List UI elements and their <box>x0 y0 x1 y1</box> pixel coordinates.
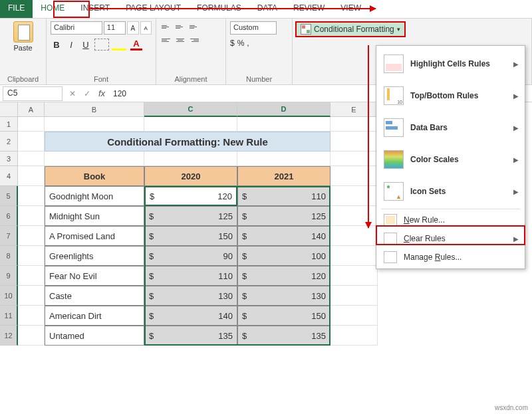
cell[interactable] <box>331 306 378 326</box>
cell-2020[interactable]: $150 <box>144 226 237 246</box>
cell[interactable] <box>45 117 144 132</box>
cell[interactable] <box>18 246 45 266</box>
align-center-button[interactable] <box>174 35 186 45</box>
col-header[interactable]: A <box>18 102 45 117</box>
row-header[interactable]: 3 <box>0 152 18 166</box>
menu-new-rule[interactable]: New Rule... <box>378 211 523 229</box>
tab-home[interactable]: HOME <box>33 0 72 18</box>
menu-icon-sets[interactable]: Icon Sets▶ <box>378 175 523 207</box>
menu-color-scales[interactable]: Color Scales▶ <box>378 144 523 175</box>
cell-book[interactable]: Fear No Evil <box>45 266 144 286</box>
cell-2020[interactable]: $90 <box>144 246 237 266</box>
fx-button[interactable]: fx <box>94 88 109 98</box>
cell-2020[interactable]: $120 <box>144 186 237 206</box>
col-header[interactable]: D <box>237 102 331 117</box>
row-header[interactable]: 12 <box>0 326 18 346</box>
cell[interactable] <box>18 226 45 246</box>
borders-button[interactable] <box>94 39 109 51</box>
cell[interactable] <box>45 152 144 166</box>
cell[interactable] <box>331 226 378 246</box>
col-header[interactable]: E <box>331 102 378 117</box>
header-cell-book[interactable]: Book <box>45 166 144 186</box>
title-cell[interactable]: Conditional Formatting: New Rule <box>45 132 331 152</box>
cell-2020[interactable]: $130 <box>144 286 237 306</box>
row-header[interactable]: 10 <box>0 286 18 306</box>
cell-book[interactable]: Goodnight Moon <box>45 186 144 206</box>
percent-button[interactable]: % <box>237 39 245 48</box>
cell[interactable] <box>331 186 378 206</box>
cancel-formula-button[interactable]: ✕ <box>65 89 80 98</box>
decrease-font-button[interactable]: A <box>140 21 152 35</box>
cell[interactable] <box>144 152 237 166</box>
align-right-button[interactable] <box>188 35 200 45</box>
cell[interactable] <box>18 186 45 206</box>
cell[interactable] <box>18 326 45 346</box>
cell[interactable] <box>18 286 45 306</box>
italic-button[interactable]: I <box>65 39 77 51</box>
cell[interactable] <box>331 132 378 152</box>
cell-book[interactable]: A Promised Land <box>45 226 144 246</box>
comma-button[interactable]: , <box>247 39 249 48</box>
cell[interactable] <box>18 166 45 186</box>
cell[interactable] <box>331 166 378 186</box>
cell-2020[interactable]: $135 <box>144 326 237 346</box>
row-header[interactable]: 2 <box>0 132 18 152</box>
conditional-formatting-button[interactable]: Conditional Formatting ▾ <box>295 21 406 37</box>
header-cell-2020[interactable]: 2020 <box>144 166 237 186</box>
cell[interactable] <box>18 117 45 132</box>
cell-2021[interactable]: $120 <box>237 266 331 286</box>
font-color-button[interactable]: A <box>129 39 144 51</box>
row-header[interactable]: 4 <box>0 166 18 186</box>
cell[interactable] <box>18 152 45 166</box>
cell[interactable] <box>144 117 237 132</box>
increase-font-button[interactable]: A <box>127 21 138 35</box>
cell-2021[interactable]: $140 <box>237 226 331 246</box>
cell-2021[interactable]: $125 <box>237 206 331 226</box>
row-header[interactable]: 8 <box>0 246 18 266</box>
cell[interactable] <box>331 266 378 286</box>
font-name-select[interactable]: Calibri <box>51 21 102 35</box>
cell-book[interactable]: Greenlights <box>45 246 144 266</box>
menu-data-bars[interactable]: Data Bars▶ <box>378 112 523 144</box>
cell[interactable] <box>237 152 331 166</box>
number-format-select[interactable]: Custom <box>230 21 277 35</box>
fill-color-button[interactable] <box>112 39 126 51</box>
menu-clear-rules[interactable]: Clear Rules ▶ <box>378 229 523 248</box>
name-box[interactable]: C5 <box>3 86 63 101</box>
cell[interactable] <box>18 306 45 326</box>
row-header[interactable]: 5 <box>0 186 18 206</box>
cell-2021[interactable]: $150 <box>237 306 331 326</box>
row-header[interactable]: 6 <box>0 206 18 226</box>
row-header[interactable]: 1 <box>0 117 18 132</box>
select-all-corner[interactable] <box>0 102 18 117</box>
cell[interactable] <box>331 152 378 166</box>
font-size-select[interactable]: 11 <box>104 21 126 35</box>
row-header[interactable]: 9 <box>0 266 18 286</box>
cell[interactable] <box>331 326 378 346</box>
cell-book[interactable]: Caste <box>45 286 144 306</box>
paste-button[interactable]: Paste <box>13 21 33 52</box>
cell[interactable] <box>18 206 45 226</box>
cell[interactable] <box>331 117 378 132</box>
header-cell-2021[interactable]: 2021 <box>237 166 331 186</box>
align-left-button[interactable] <box>160 35 172 45</box>
cell-2021[interactable]: $135 <box>237 326 331 346</box>
cell-2020[interactable]: $110 <box>144 266 237 286</box>
cell[interactable] <box>18 132 45 152</box>
cell[interactable] <box>331 286 378 306</box>
cell[interactable] <box>331 246 378 266</box>
col-header[interactable]: B <box>45 102 144 117</box>
cell-2020[interactable]: $125 <box>144 206 237 226</box>
cell-2021[interactable]: $130 <box>237 286 331 306</box>
row-header[interactable]: 11 <box>0 306 18 326</box>
align-top-button[interactable] <box>160 21 172 32</box>
cell-book[interactable]: Untamed <box>45 326 144 346</box>
cell-2020[interactable]: $140 <box>144 306 237 326</box>
cell-book[interactable]: Midnight Sun <box>45 206 144 226</box>
cell[interactable] <box>18 266 45 286</box>
cell-2021[interactable]: $110 <box>237 186 331 206</box>
menu-top-bottom-rules[interactable]: Top/Bottom Rules▶ <box>378 80 523 112</box>
col-header[interactable]: C <box>144 102 237 117</box>
cell[interactable] <box>237 117 331 132</box>
row-header[interactable]: 7 <box>0 226 18 246</box>
